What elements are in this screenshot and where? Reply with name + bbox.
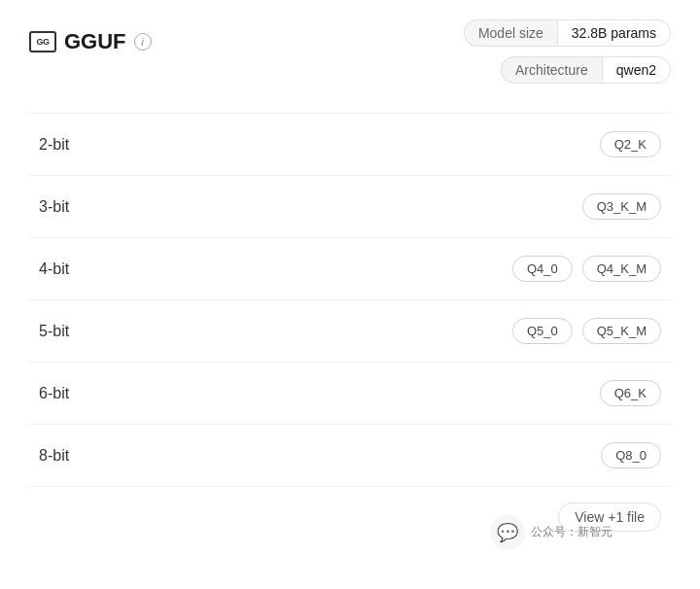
- quant-tag[interactable]: Q2_K: [600, 131, 661, 157]
- quant-tags: Q4_0Q4_K_M: [512, 256, 661, 282]
- quant-row: 3-bitQ3_K_M: [29, 175, 671, 237]
- quant-tags: Q5_0Q5_K_M: [512, 318, 661, 344]
- model-size-row: Model size 32.8B params: [464, 19, 671, 47]
- quant-tags: Q3_K_M: [582, 193, 661, 220]
- watermark: 💬 公众号：新智元: [490, 515, 612, 550]
- quant-row: 4-bitQ4_0Q4_K_M: [29, 237, 671, 299]
- architecture-row: Architecture qwen2: [501, 56, 671, 84]
- quant-tag[interactable]: Q4_0: [512, 256, 573, 282]
- architecture-value: qwen2: [602, 56, 671, 84]
- quant-tag[interactable]: Q8_0: [601, 442, 661, 468]
- page-container: GG GGUF i Model size 32.8B params Archit…: [0, 0, 700, 589]
- model-size-label: Model size: [464, 19, 557, 47]
- quant-tag[interactable]: Q3_K_M: [582, 193, 661, 220]
- architecture-label: Architecture: [501, 56, 602, 84]
- quant-row: 5-bitQ5_0Q5_K_M: [29, 299, 671, 362]
- watermark-icon: 💬: [490, 515, 525, 550]
- bit-label: 3-bit: [39, 198, 69, 216]
- bit-label: 6-bit: [39, 385, 69, 402]
- quant-list: 2-bitQ2_K3-bitQ3_K_M4-bitQ4_0Q4_K_M5-bit…: [29, 113, 671, 487]
- quant-row: 2-bitQ2_K: [29, 113, 671, 175]
- bit-label: 2-bit: [39, 136, 69, 154]
- quant-tag[interactable]: Q5_0: [512, 318, 573, 344]
- quant-tags: Q6_K: [600, 380, 661, 406]
- gguf-badge: GG GGUF i: [29, 29, 152, 54]
- info-icon[interactable]: i: [134, 33, 152, 51]
- metadata-panel: Model size 32.8B params Architecture qwe…: [464, 19, 671, 84]
- model-size-value: 32.8B params: [557, 19, 671, 47]
- gguf-label: GGUF: [64, 29, 126, 54]
- quant-tags: Q8_0: [601, 442, 661, 468]
- bit-label: 4-bit: [39, 260, 69, 278]
- bit-label: 8-bit: [39, 447, 69, 465]
- quant-tags: Q2_K: [600, 131, 661, 157]
- quant-row: 8-bitQ8_0: [29, 424, 671, 487]
- watermark-text: 公众号：新智元: [531, 525, 612, 540]
- quant-tag[interactable]: Q4_K_M: [582, 256, 661, 282]
- bit-label: 5-bit: [39, 323, 69, 340]
- quant-tag[interactable]: Q5_K_M: [582, 318, 661, 344]
- header: GG GGUF i Model size 32.8B params Archit…: [29, 19, 671, 84]
- quant-row: 6-bitQ6_K: [29, 362, 671, 424]
- gguf-icon: GG: [29, 31, 56, 52]
- quant-tag[interactable]: Q6_K: [600, 380, 661, 406]
